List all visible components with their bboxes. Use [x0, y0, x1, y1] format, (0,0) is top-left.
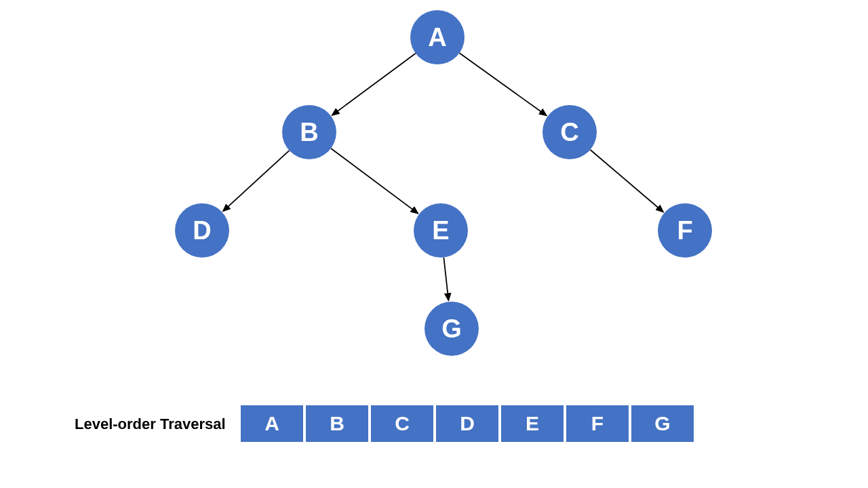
- tree-edge: [459, 53, 546, 115]
- traversal-cell: A: [241, 405, 303, 442]
- tree-node-c: C: [542, 105, 597, 159]
- tree-edge: [443, 258, 448, 300]
- tree-node-a: A: [410, 10, 465, 64]
- tree-edge: [590, 150, 663, 212]
- traversal-cell: F: [566, 405, 629, 442]
- tree-node-e: E: [414, 203, 468, 258]
- traversal-cell: E: [501, 405, 564, 442]
- tree-node-b: B: [282, 105, 336, 159]
- traversal-cell: G: [631, 405, 694, 442]
- traversal-row: ABCDEFG: [241, 405, 694, 442]
- tree-edge: [332, 54, 416, 115]
- tree-edge: [331, 148, 418, 214]
- tree-node-f: F: [658, 203, 712, 258]
- diagram-stage: ABCDEFG Level-order Traversal ABCDEFG: [0, 0, 868, 488]
- traversal-label: Level-order Traversal: [75, 415, 226, 433]
- traversal-cell: C: [371, 405, 433, 442]
- traversal-cell: B: [306, 405, 368, 442]
- tree-node-g: G: [425, 302, 479, 356]
- tree-edge: [223, 150, 290, 211]
- tree-node-d: D: [175, 203, 229, 258]
- traversal-cell: D: [436, 405, 498, 442]
